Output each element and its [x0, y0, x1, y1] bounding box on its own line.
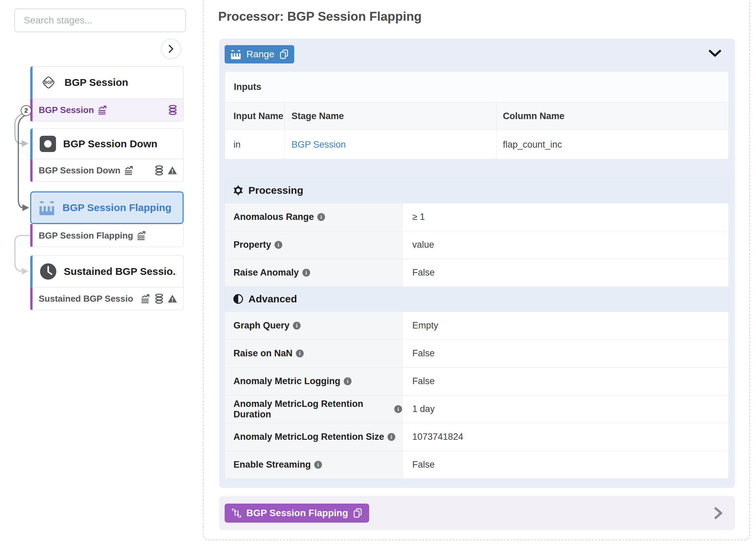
setting-row: Enable Streaming i False: [225, 451, 729, 478]
setting-label: Anomaly Metric Logging: [233, 376, 340, 387]
svg-text:i: i: [320, 214, 322, 220]
column-header-column-name: Column Name: [496, 102, 729, 130]
substage-row-sustained-bgp-session[interactable]: Sustained BGP Sessio...: [30, 287, 184, 310]
stage-output-count-badge: 2: [21, 105, 32, 116]
chart-icon: [140, 294, 151, 304]
info-icon[interactable]: i: [296, 349, 304, 358]
setting-value: value: [403, 231, 729, 259]
setting-row: Graph Query i Empty: [225, 312, 729, 339]
setting-label: Enable Streaming: [233, 459, 311, 470]
column-header-stage-name: Stage Name: [284, 102, 496, 130]
stage-title: BGP Session: [64, 77, 128, 88]
copy-icon: [279, 49, 289, 59]
record-icon: [39, 135, 56, 152]
info-icon[interactable]: i: [314, 461, 322, 469]
bgp-diamond-icon: BGP: [39, 73, 58, 92]
info-icon[interactable]: i: [302, 268, 310, 277]
setting-label: Graph Query: [233, 320, 289, 331]
setting-row: Anomaly MetricLog Retention Size i 10737…: [225, 423, 729, 451]
page-title: Processor: BGP Session Flapping: [218, 10, 422, 24]
section-title: Processing: [248, 185, 303, 196]
stage-title: Sustained BGP Sessio...: [64, 266, 176, 277]
setting-label: Raise on NaN: [233, 348, 292, 359]
input-name-cell: in: [225, 130, 284, 159]
setting-label: Anomaly MetricLog Retention Size: [233, 432, 384, 442]
database-icon: [168, 105, 177, 115]
processor-panel: Range Inputs Input Name Stage Name Colum…: [219, 39, 735, 488]
setting-value: False: [403, 451, 729, 478]
range-icon: [38, 199, 56, 217]
section-header-advanced: Advanced: [225, 286, 729, 312]
inputs-header-row: Input Name Stage Name Column Name: [225, 102, 729, 130]
processor-type-button[interactable]: Range: [225, 45, 294, 63]
setting-value: 1073741824: [403, 423, 729, 451]
stage-footer-label: BGP Session Flapping: [246, 508, 348, 519]
svg-text:i: i: [296, 323, 298, 328]
svg-text:i: i: [305, 270, 307, 276]
svg-text:i: i: [317, 462, 319, 468]
inputs-table-row: in BGP Session flap_count_inc: [225, 130, 729, 159]
setting-value: 1 day: [403, 395, 729, 423]
setting-row: Raise on NaN i False: [225, 339, 729, 367]
svg-text:i: i: [299, 351, 301, 356]
stage-title: BGP Session Flapping: [62, 202, 171, 213]
processor-type-label: Range: [246, 49, 275, 60]
info-icon[interactable]: i: [274, 241, 283, 249]
setting-value: Empty: [403, 312, 729, 339]
column-name-cell: flap_count_inc: [496, 130, 729, 159]
info-icon[interactable]: i: [317, 213, 325, 221]
inputs-card: Inputs Input Name Stage Name Column Name…: [225, 71, 729, 159]
section-header-processing: Processing: [225, 178, 729, 203]
substage-row-bgp-session-flapping[interactable]: BGP Session Flapping: [30, 224, 184, 247]
stage-card-sustained-bgp-session[interactable]: Sustained BGP Sessio...: [30, 255, 184, 287]
warning-icon: [168, 294, 177, 303]
info-icon[interactable]: i: [292, 321, 301, 330]
substage-label: BGP Session: [39, 105, 94, 115]
settings-card: Processing Anomalous Range i ≥ 1 Propert…: [225, 177, 729, 479]
substage-row-bgp-session[interactable]: BGP Session: [30, 98, 184, 121]
pipeline-editor: 2 BGP BGP Session BGP Session BGP Sessio…: [0, 0, 756, 545]
stage-card-bgp-session-flapping[interactable]: BGP Session Flapping: [30, 191, 184, 224]
stage-card-bgp-session[interactable]: BGP BGP Session: [30, 66, 184, 98]
info-icon[interactable]: i: [394, 405, 402, 413]
setting-label: Raise Anomaly: [233, 267, 299, 278]
database-icon: [155, 294, 164, 304]
sort-arrows-icon: [231, 508, 242, 518]
chart-icon: [124, 165, 134, 175]
stage-name-link[interactable]: BGP Session: [291, 139, 346, 150]
svg-text:i: i: [278, 242, 279, 248]
section-title: Advanced: [248, 293, 297, 305]
substage-label: BGP Session Flapping: [39, 230, 133, 241]
setting-label: Property: [233, 240, 271, 250]
stage-footer-button[interactable]: BGP Session Flapping: [225, 504, 369, 523]
info-icon[interactable]: i: [387, 433, 396, 441]
chevron-right-icon: [168, 44, 174, 53]
clock-icon: [39, 263, 57, 280]
setting-label: Anomalous Range: [233, 212, 314, 222]
setting-row: Property i value: [225, 231, 729, 259]
warning-icon: [168, 166, 177, 175]
info-icon[interactable]: i: [343, 377, 352, 386]
svg-text:BGP: BGP: [44, 80, 53, 85]
expand-stage-button[interactable]: [714, 506, 723, 521]
setting-row: Anomaly Metric Logging i False: [225, 367, 729, 395]
stage-footer-panel: BGP Session Flapping: [219, 496, 735, 530]
setting-row: Anomalous Range i ≥ 1: [225, 203, 729, 231]
svg-text:i: i: [397, 406, 399, 412]
setting-row: Anomaly MetricLog Retention Duration i 1…: [225, 395, 729, 423]
chevron-down-icon: [708, 50, 721, 58]
inputs-heading: Inputs: [225, 72, 729, 102]
gear-icon: [233, 185, 243, 195]
setting-value: False: [403, 339, 729, 367]
stage-card-bgp-session-down[interactable]: BGP Session Down: [30, 128, 184, 159]
sidebar-collapse-button[interactable]: [161, 39, 181, 59]
setting-label: Anomaly MetricLog Retention Duration: [233, 399, 391, 420]
substage-label: Sustained BGP Sessio...: [39, 294, 134, 304]
copy-icon: [353, 508, 362, 518]
svg-text:i: i: [347, 378, 348, 384]
substage-row-bgp-session-down[interactable]: BGP Session Down: [30, 159, 184, 182]
half-circle-icon: [233, 294, 243, 304]
collapse-panel-button[interactable]: [708, 50, 721, 59]
setting-row: Raise Anomaly i False: [225, 259, 729, 286]
chevron-right-icon: [714, 506, 723, 520]
